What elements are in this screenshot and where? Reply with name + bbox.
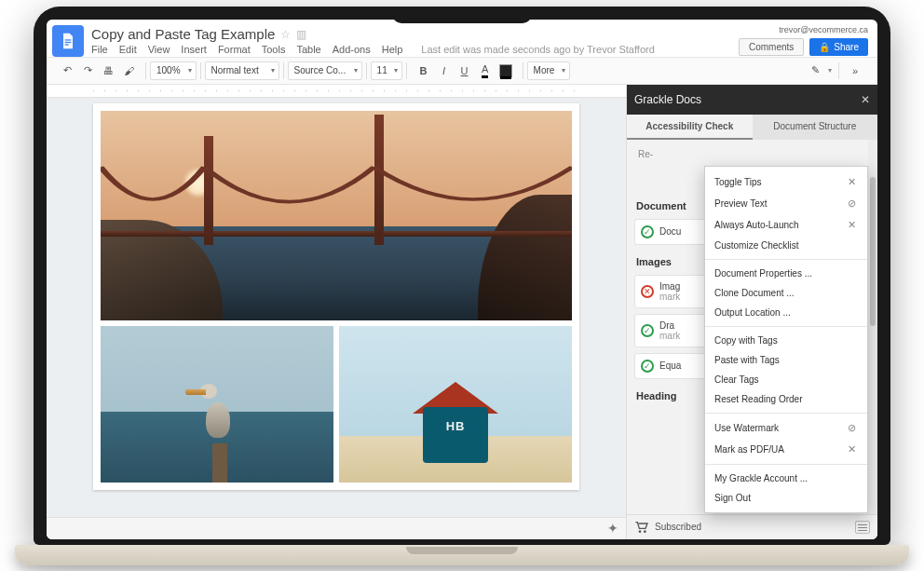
italic-button[interactable]: I: [435, 61, 454, 81]
image-golden-gate[interactable]: [101, 111, 572, 320]
subscription-status: Subscribed: [655, 522, 701, 532]
svg-rect-0: [65, 39, 72, 40]
paint-format-icon[interactable]: 🖌: [119, 61, 138, 81]
underline-button[interactable]: U: [455, 61, 474, 81]
recheck-row[interactable]: Re-: [634, 147, 870, 161]
sidebar-scrollbar[interactable]: [868, 140, 877, 514]
explore-gear-icon[interactable]: ✦: [607, 521, 618, 536]
image-pelican[interactable]: [101, 326, 333, 483]
check-label: Imag: [659, 281, 680, 292]
document-canvas: HB ✦: [47, 85, 626, 539]
folder-icon[interactable]: ▥: [296, 28, 306, 41]
dd-auto-launch[interactable]: Always Auto-Launch✕: [705, 214, 867, 236]
sidebar-header: Grackle Docs ✕: [627, 85, 877, 115]
dd-doc-properties[interactable]: Document Properties ...: [705, 264, 867, 283]
undo-icon[interactable]: ↶: [58, 61, 76, 81]
menu-format[interactable]: Format: [218, 44, 251, 55]
grackle-sidebar: Grackle Docs ✕ Accessibility Check Docum…: [626, 85, 877, 539]
menu-view[interactable]: View: [148, 44, 170, 55]
tab-document-structure[interactable]: Document Structure: [753, 115, 878, 140]
dd-sign-out[interactable]: Sign Out: [705, 488, 867, 508]
disabled-icon: ⊘: [845, 422, 858, 434]
document-title[interactable]: Copy and Paste Tag Example: [91, 26, 275, 42]
paragraph-style-dropdown[interactable]: Normal text: [205, 61, 279, 80]
horizontal-ruler[interactable]: [47, 85, 626, 98]
cart-icon: [634, 521, 649, 534]
dd-use-watermark[interactable]: Use Watermark⊘: [705, 417, 867, 439]
dd-clear-tags[interactable]: Clear Tags: [705, 370, 867, 389]
settings-dropdown: Toggle Tips✕ Preview Text⊘ Always Auto-L…: [704, 166, 868, 513]
menu-addons[interactable]: Add-ons: [333, 44, 371, 55]
print-icon[interactable]: 🖶: [99, 61, 117, 81]
laptop-bezel: Copy and Paste Tag Example ☆ ▥ File Edit…: [34, 7, 890, 545]
svg-rect-2: [65, 44, 69, 45]
last-edit-info: Last edit was made seconds ago by Trevor…: [421, 44, 655, 55]
close-icon: ✕: [845, 219, 858, 231]
laptop-base: [15, 545, 909, 565]
tower-sign-text: HB: [446, 419, 466, 433]
sidebar-title: Grackle Docs: [634, 93, 701, 106]
close-icon: ✕: [845, 443, 858, 455]
bold-button[interactable]: B: [414, 61, 433, 81]
close-icon: ✕: [845, 176, 858, 188]
header-right: trevor@vecommerce.ca Comments 🔒Share: [739, 25, 868, 56]
font-size-dropdown[interactable]: 11: [371, 61, 402, 80]
menu-help[interactable]: Help: [382, 44, 403, 55]
text-color-button[interactable]: A: [476, 61, 495, 81]
dd-customize-checklist[interactable]: Customize Checklist: [705, 236, 867, 255]
user-email[interactable]: trevor@vecommerce.ca: [779, 25, 868, 34]
more-tools-dropdown[interactable]: More: [527, 61, 570, 80]
comments-button[interactable]: Comments: [739, 38, 804, 56]
image-lifeguard-tower[interactable]: HB: [339, 326, 572, 483]
tab-accessibility-check[interactable]: Accessibility Check: [627, 115, 753, 140]
title-area: Copy and Paste Tag Example ☆ ▥ File Edit…: [91, 26, 731, 55]
status-fail-icon: ✕: [641, 285, 654, 298]
svg-point-3: [639, 530, 642, 533]
dd-toggle-tips[interactable]: Toggle Tips✕: [705, 171, 867, 193]
sidebar-body: Re- Document ✓ Docu Images ✕ Imagmark: [627, 140, 877, 514]
disabled-icon: ⊘: [845, 197, 858, 210]
zoom-dropdown[interactable]: 100%: [150, 61, 197, 80]
docs-app-icon[interactable]: [52, 25, 84, 57]
menu-insert[interactable]: Insert: [181, 44, 207, 55]
check-label: Equa: [659, 360, 681, 371]
dd-copy-tags[interactable]: Copy with Tags: [705, 331, 867, 350]
app-screen: Copy and Paste Tag Example ☆ ▥ File Edit…: [47, 20, 877, 539]
highlight-color-button[interactable]: [496, 61, 515, 81]
toolbar: ↶ ↷ 🖶 🖌 100% Normal text Source Co... 11…: [47, 57, 877, 85]
document-page[interactable]: HB: [93, 103, 579, 490]
dd-reset-reading-order[interactable]: Reset Reading Order: [705, 389, 867, 409]
dd-my-account[interactable]: My Grackle Account ...: [705, 469, 867, 488]
share-button[interactable]: 🔒Share: [809, 38, 868, 56]
dd-preview-text[interactable]: Preview Text⊘: [705, 193, 867, 214]
workarea: HB ✦ Grackle Docs ✕ Ac: [47, 85, 877, 539]
document-scroll-area[interactable]: HB: [47, 98, 626, 517]
laptop-notch: [392, 7, 532, 23]
menu-file[interactable]: File: [91, 44, 108, 55]
dd-output-location[interactable]: Output Location ...: [705, 303, 867, 322]
sidebar-menu-button[interactable]: [855, 521, 870, 534]
editing-mode-icon[interactable]: ✎: [806, 61, 824, 81]
expand-sidebar-icon[interactable]: »: [846, 61, 864, 81]
share-label: Share: [834, 42, 859, 52]
status-pass-icon: ✓: [641, 225, 654, 238]
scrollbar-thumb[interactable]: [870, 177, 876, 327]
star-icon[interactable]: ☆: [280, 28, 291, 41]
redo-icon[interactable]: ↷: [78, 61, 97, 81]
font-dropdown[interactable]: Source Co...: [288, 61, 362, 80]
menu-bar: File Edit View Insert Format Tools Table…: [91, 44, 731, 55]
sidebar-close-icon[interactable]: ✕: [861, 93, 870, 106]
menu-tools[interactable]: Tools: [262, 44, 286, 55]
status-pass-icon: ✓: [641, 360, 654, 373]
docs-icon: [59, 32, 77, 50]
dd-paste-tags[interactable]: Paste with Tags: [705, 350, 867, 370]
dd-clone-document[interactable]: Clone Document ...: [705, 283, 867, 303]
sidebar-tabs: Accessibility Check Document Structure: [627, 115, 877, 140]
check-label: Docu: [659, 226, 681, 237]
status-pass-icon: ✓: [641, 324, 654, 337]
check-sublabel: mark: [659, 292, 680, 302]
canvas-footer: ✦: [47, 517, 626, 539]
menu-table[interactable]: Table: [296, 44, 320, 55]
menu-edit[interactable]: Edit: [119, 44, 137, 55]
dd-mark-pdfua[interactable]: Mark as PDF/UA✕: [705, 439, 867, 460]
